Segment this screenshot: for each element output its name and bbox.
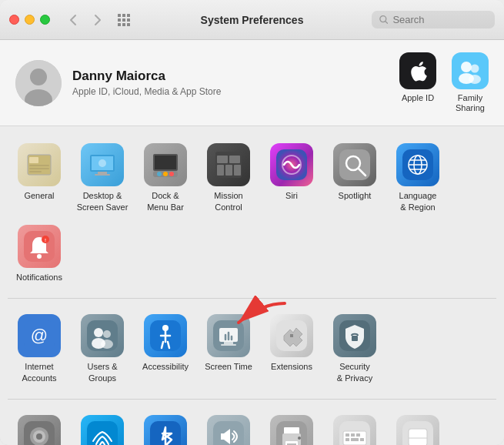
language-icon (396, 143, 439, 186)
section-hardware: SoftwareUpdate Network (8, 409, 496, 445)
grid-view-button[interactable] (113, 12, 135, 28)
siri-icon (270, 143, 313, 186)
pref-network[interactable]: Network (71, 409, 134, 445)
pref-accessibility[interactable]: Accessibility (134, 308, 197, 390)
pref-screentime[interactable]: Screen Time (197, 308, 260, 390)
svg-rect-25 (95, 174, 110, 176)
svg-rect-89 (351, 433, 355, 437)
trackpad-icon (396, 415, 439, 445)
traffic-lights (9, 15, 50, 25)
pref-dock[interactable]: Dock &Menu Bar (134, 137, 197, 219)
svg-rect-36 (217, 165, 224, 176)
svg-rect-90 (356, 433, 360, 437)
family-sharing-button[interactable]: FamilySharing (452, 52, 489, 113)
pref-extensions[interactable]: Extensions (260, 308, 323, 390)
pref-sound[interactable]: Sound (197, 409, 260, 445)
internet-label: InternetAccounts (22, 361, 56, 383)
svg-point-57 (94, 328, 103, 337)
close-button[interactable] (9, 15, 19, 25)
svg-rect-66 (221, 344, 236, 346)
svg-rect-24 (98, 172, 107, 174)
svg-rect-88 (345, 433, 349, 437)
svg-rect-1 (122, 14, 125, 17)
pref-desktop[interactable]: Desktop &Screen Saver (71, 137, 134, 219)
security-label: Security& Privacy (337, 361, 372, 383)
svg-rect-6 (118, 23, 121, 26)
users-label: Users &Groups (87, 361, 117, 383)
personal-grid: General Desktop &Screen (8, 137, 496, 289)
accessibility-label: Accessibility (142, 361, 189, 372)
accounts-grid: @ InternetAccounts (8, 308, 496, 390)
svg-rect-93 (360, 438, 364, 441)
svg-point-85 (298, 437, 301, 440)
svg-rect-18 (29, 157, 38, 163)
search-input[interactable] (392, 14, 487, 25)
profile-actions: Apple ID FamilySharing (399, 52, 489, 113)
pref-users[interactable]: Users &Groups (71, 308, 134, 390)
preferences-grid: General Desktop &Screen (0, 126, 504, 445)
pref-software-update[interactable]: SoftwareUpdate (8, 409, 71, 445)
users-icon (81, 314, 124, 357)
general-icon (18, 143, 61, 186)
accessibility-icon (144, 314, 187, 357)
pref-keyboard[interactable]: Keyboard (323, 409, 386, 445)
forward-button[interactable] (87, 12, 108, 28)
svg-rect-91 (345, 438, 349, 441)
svg-point-14 (471, 65, 479, 73)
pref-internet[interactable]: @ InternetAccounts (8, 308, 71, 390)
pref-siri[interactable]: Siri (260, 137, 323, 219)
pref-general[interactable]: General (8, 137, 71, 219)
pref-mission[interactable]: MissionControl (197, 137, 260, 219)
svg-rect-35 (229, 156, 240, 163)
svg-rect-0 (118, 14, 121, 17)
printers-icon (270, 415, 313, 445)
svg-rect-4 (122, 18, 125, 22)
svg-rect-34 (217, 156, 228, 163)
pref-trackpad[interactable]: Trackpad (386, 409, 449, 445)
svg-point-16 (469, 75, 481, 84)
section-accounts: @ InternetAccounts (8, 308, 496, 390)
pref-bluetooth[interactable]: Bluetooth (134, 409, 197, 445)
svg-point-13 (461, 62, 472, 72)
sound-icon (207, 415, 250, 445)
svg-rect-65 (224, 342, 233, 344)
pref-printers[interactable]: Printers &Scanners (260, 409, 323, 445)
minimize-button[interactable] (25, 15, 35, 25)
search-bar[interactable] (372, 11, 495, 28)
pref-language[interactable]: Language& Region (386, 137, 449, 219)
svg-rect-7 (122, 23, 125, 26)
maximize-button[interactable] (40, 15, 50, 25)
spotlight-icon (333, 143, 376, 186)
svg-rect-95 (409, 429, 427, 445)
general-label: General (24, 190, 54, 201)
spotlight-label: Spotlight (339, 190, 372, 201)
profile-subtitle: Apple ID, iCloud, Media & App Store (72, 86, 389, 97)
apple-id-label: Apple ID (402, 93, 434, 103)
svg-point-58 (103, 330, 111, 338)
screentime-label: Screen Time (205, 361, 252, 372)
avatar[interactable] (15, 60, 62, 106)
titlebar: System Preferences (0, 0, 504, 40)
mission-label: MissionControl (214, 190, 242, 212)
svg-rect-8 (127, 23, 130, 26)
svg-rect-68 (290, 334, 293, 337)
screentime-icon (207, 314, 250, 357)
pref-spotlight[interactable]: Spotlight (323, 137, 386, 219)
svg-rect-2 (127, 14, 130, 17)
pref-security[interactable]: Security& Privacy (323, 308, 386, 390)
svg-rect-70 (352, 336, 358, 341)
svg-rect-38 (234, 165, 241, 176)
svg-rect-28 (155, 156, 176, 169)
svg-point-32 (169, 172, 174, 176)
desktop-icon (81, 143, 124, 186)
profile-info: Danny Maiorca Apple ID, iCloud, Media & … (72, 69, 389, 97)
dock-label: Dock &Menu Bar (147, 190, 184, 212)
apple-id-button[interactable]: Apple ID (399, 52, 436, 113)
nav-buttons (62, 12, 108, 28)
pref-notifications[interactable]: ! Notifications (8, 219, 71, 289)
back-button[interactable] (62, 12, 84, 28)
desktop-label: Desktop &Screen Saver (77, 190, 129, 212)
svg-point-60 (101, 340, 113, 349)
svg-rect-20 (29, 168, 49, 169)
svg-rect-37 (225, 165, 232, 176)
